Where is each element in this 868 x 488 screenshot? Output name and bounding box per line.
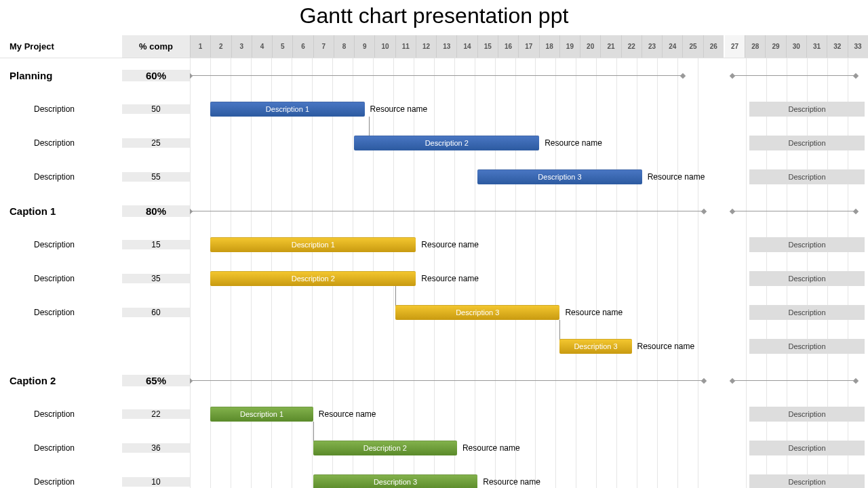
task-comp: 36 (122, 443, 190, 453)
day-header: 24 (662, 35, 682, 58)
day-header: 3 (231, 35, 252, 58)
day-header: 10 (374, 35, 395, 58)
day-header: 8 (334, 35, 354, 58)
section-name: Planning (0, 70, 122, 81)
day-header: 28 (745, 35, 765, 58)
task-comp: 50 (122, 104, 190, 114)
day-header: 9 (354, 35, 374, 58)
task-label: Description (0, 172, 122, 182)
task-comp: 55 (122, 172, 190, 182)
day-header: 33 (848, 35, 868, 58)
section-comp: 60% (122, 70, 190, 81)
task-comp: 15 (122, 240, 190, 249)
page-title: Gantt chart presentation ppt (0, 3, 868, 28)
task-label: Description (0, 274, 122, 283)
day-header: 15 (477, 35, 498, 58)
task-label: Description (0, 308, 122, 317)
section-comp: 80% (122, 205, 190, 217)
day-header: 17 (518, 35, 538, 58)
task-label: Description (0, 409, 122, 419)
gantt-body: Description 1Resource nameDescriptionDes… (0, 58, 868, 488)
day-header: 19 (559, 35, 580, 58)
task-comp: 35 (122, 274, 190, 283)
day-header: 29 (765, 35, 785, 58)
task-comp: 10 (122, 477, 190, 487)
day-header: 16 (498, 35, 518, 58)
day-header: 23 (642, 35, 662, 58)
header-row: My Project % comp 1234567891011121314151… (0, 35, 868, 58)
day-header: 27 (724, 35, 745, 58)
task-label: Description (0, 240, 122, 249)
header-comp: % comp (122, 35, 190, 58)
task-comp: 25 (122, 138, 190, 148)
day-header: 5 (272, 35, 292, 58)
task-label: Description (0, 477, 122, 487)
day-header: 13 (436, 35, 456, 58)
day-header: 25 (682, 35, 703, 58)
day-header: 20 (580, 35, 600, 58)
day-header: 2 (210, 35, 231, 58)
section-comp: 65% (122, 375, 190, 386)
day-header: 18 (539, 35, 559, 58)
header-project: My Project (0, 35, 122, 58)
day-header: 4 (252, 35, 272, 58)
day-header: 7 (313, 35, 334, 58)
section-name: Caption 2 (0, 375, 122, 386)
task-label: Description (0, 138, 122, 148)
day-header: 32 (827, 35, 847, 58)
day-header: 31 (806, 35, 827, 58)
day-header: 14 (456, 35, 477, 58)
day-header: 21 (600, 35, 620, 58)
day-header: 12 (416, 35, 436, 58)
day-header: 22 (621, 35, 642, 58)
day-header: 11 (395, 35, 416, 58)
section-name: Caption 1 (0, 205, 122, 217)
day-header: 30 (786, 35, 806, 58)
task-label: Description (0, 443, 122, 453)
task-comp: 22 (122, 409, 190, 419)
day-header: 1 (190, 35, 210, 58)
task-comp: 60 (122, 308, 190, 317)
day-header: 6 (292, 35, 313, 58)
task-label: Description (0, 104, 122, 114)
day-header: 26 (703, 35, 724, 58)
header-days: 1234567891011121314151617181920212223242… (190, 35, 868, 58)
